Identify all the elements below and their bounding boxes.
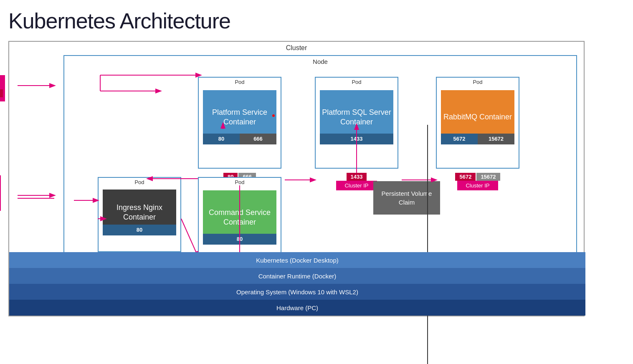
ingress-lb-box: Ingress Nginx Load Balancer 80 [0,175,1,211]
rabbitmq-port-5672: 5672 [441,134,478,144]
service-platform-sql-ports: 1433 [347,173,367,181]
platform-service-container-ports: 80 666 [203,134,276,144]
rabbitmq-container-name: RabbitMQ Container [443,112,512,122]
layer-hardware: Hardware (PC) [9,300,585,316]
pod-rabbitmq: Pod RabbitMQ Container 5672 15672 [436,77,519,169]
svc-rabbitmq-port-5672: 5672 [455,173,476,181]
svc-sql-port-1433: 1433 [347,173,367,181]
pod-ingress: Pod Ingress Nginx Container 80 [98,177,181,252]
layer-kubernetes: Kubernetes (Docker Desktop) [9,252,585,268]
pod-platform-sql-label: Pod [316,78,398,86]
ingress-container-ports: 80 [103,225,176,235]
layer-container-runtime: Container Runtime (Docker) [9,268,585,284]
pod-platform-service: Pod Platform Service Container 80 666 [198,77,281,169]
node-port-badge-80: 80 [0,89,3,98]
pod-command-label: Pod [199,178,281,186]
bottom-layers: Kubernetes (Docker Desktop) Container Ru… [9,252,585,316]
node-port-label: Node Port [0,79,3,88]
platform-service-port-80: 80 [203,134,240,144]
pod-ingress-label: Pod [99,178,180,186]
service-rabbitmq: 5672 15672 Cluster IP [436,173,519,190]
ingress-nginx-container: Ingress Nginx Container 80 [103,190,176,235]
red-dot-platform-service [272,114,275,117]
ingress-nginx-container-name: Ingress Nginx Container [103,203,176,222]
platform-sql-container-ports: 1433 [320,134,393,144]
command-port-80: 80 [203,234,276,245]
service-rabbitmq-ports: 5672 15672 [455,173,500,181]
cluster-label: Cluster [286,44,307,52]
page-title: Kubernetes Architecture [8,8,625,33]
node-port-box: Node Port 3xxxx 80 [0,75,5,101]
command-service-container: Command Service Container 80 [203,190,276,245]
node-port-ports: 3xxxx 80 [0,89,3,98]
cluster-box: Cluster Node Pod Platform Service Contai… [8,41,585,316]
platform-sql-port-1433: 1433 [320,134,393,144]
command-container-ports: 80 [203,234,276,245]
rabbitmq-container-ports: 5672 15672 [441,134,514,144]
node-label: Node [313,58,328,65]
pod-platform-service-label: Pod [199,78,281,86]
platform-service-port-666: 666 [240,134,276,144]
svc-sql-cluster-ip: Cluster IP [336,181,377,190]
platform-sql-container-name: Platform SQL Server Container [320,108,393,127]
rabbitmq-container: RabbitMQ Container 5672 15672 [441,90,514,144]
platform-service-container-name: Platform Service Container [203,108,276,127]
platform-service-container: Platform Service Container 80 666 [203,90,276,144]
ingress-port-80: 80 [103,225,176,235]
pod-platform-sql: Pod Platform SQL Server Container 1433 [315,77,398,169]
pvc-label: Persistent Volume Claim [373,189,440,207]
layer-os: Operating System (Windows 10 with WSL2) [9,284,585,300]
svg-line-9 [181,219,198,256]
pod-rabbitmq-label: Pod [437,78,519,86]
rabbitmq-port-15672: 15672 [478,134,514,144]
command-service-container-name: Command Service Container [203,208,276,228]
svc-rabbitmq-cluster-ip: Cluster IP [457,181,498,190]
persistent-volume-claim: Persistent Volume Claim [373,181,440,215]
diagram-wrapper: Cluster Node Pod Platform Service Contai… [8,41,618,358]
platform-sql-container: Platform SQL Server Container 1433 [320,90,393,144]
svc-rabbitmq-port-15672: 15672 [476,173,500,181]
